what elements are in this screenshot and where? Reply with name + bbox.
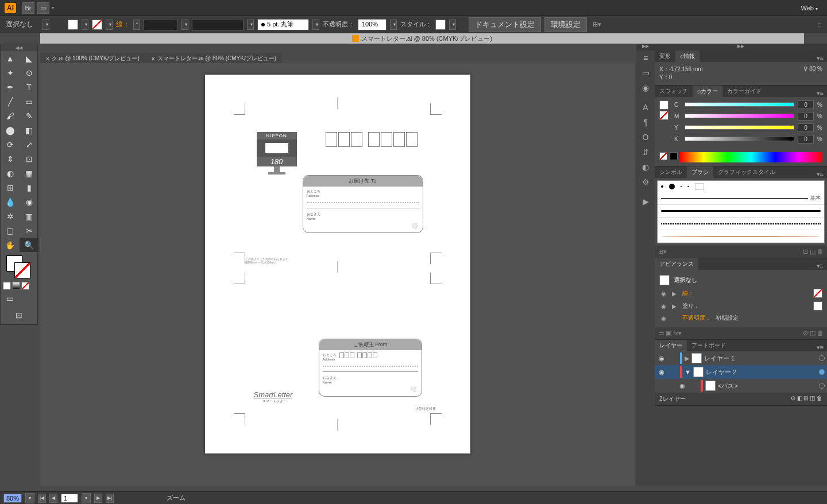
brush-row[interactable] <box>658 218 824 230</box>
dock-icon[interactable]: ◐ <box>636 160 655 175</box>
profile-dd[interactable] <box>247 20 254 30</box>
stroke-weight-dd[interactable]: ⌃ <box>133 20 140 30</box>
visibility-icon[interactable]: ◉ <box>657 369 666 376</box>
opacity-field[interactable]: 100% <box>358 19 387 30</box>
width-tool[interactable]: ⇕ <box>1 152 20 166</box>
brush-row[interactable] <box>658 230 824 243</box>
panel-menu-icon[interactable]: ▾≡ <box>813 170 827 178</box>
new-fill-icon[interactable]: ▣ <box>666 329 671 336</box>
workspace-dropdown[interactable]: Web ▾ <box>797 3 822 13</box>
new-layer-icon[interactable]: ◫ <box>810 395 815 401</box>
tab-gstyle[interactable]: グラフィックスタイル <box>713 166 780 178</box>
mask-icon[interactable]: ◧ <box>797 395 802 401</box>
brush-row[interactable] <box>658 181 824 192</box>
panel-menu-icon[interactable]: ▾≡ <box>813 90 827 97</box>
tab-2[interactable]: × スマートレター.ai @ 80% (CMYK/プレビュー) <box>146 53 282 64</box>
stroke-field[interactable] <box>144 19 178 30</box>
dock-icon[interactable]: ◉ <box>636 80 655 95</box>
dock-icon[interactable]: ▭ <box>636 65 655 80</box>
slice-tool[interactable]: ✂ <box>20 223 38 238</box>
stroke-field-dd[interactable] <box>181 20 188 30</box>
hand-tool[interactable]: ✋ <box>1 238 20 252</box>
y-slider[interactable] <box>685 125 794 131</box>
blob-brush-tool[interactable]: ⬤ <box>1 123 20 137</box>
layer-row[interactable]: ◉ ▶ レイヤー 1 <box>655 351 827 365</box>
fg-swatch[interactable] <box>659 100 668 110</box>
zoom-dd[interactable]: ▾ <box>25 493 34 503</box>
preferences-button[interactable]: 環境設定 <box>544 17 587 32</box>
tab-color[interactable]: ◇カラー <box>693 86 722 97</box>
artboard-tool[interactable]: ▢ <box>1 223 20 238</box>
close-icon[interactable]: × <box>46 56 49 62</box>
brush-row[interactable] <box>658 205 824 218</box>
c-slider[interactable] <box>685 102 794 108</box>
panel-menu-icon[interactable]: ▾≡ <box>813 344 827 351</box>
first-artboard[interactable]: |◀ <box>38 494 46 503</box>
pencil-tool[interactable]: ✎ <box>20 108 38 123</box>
tab-symbol[interactable]: シンボル <box>655 166 687 178</box>
brush-opts-icon[interactable]: ⊡ <box>803 248 808 255</box>
dock-icon[interactable]: O <box>636 130 655 145</box>
graph-tool[interactable]: ▥ <box>20 209 38 223</box>
tab-artboards[interactable]: アートボード <box>687 340 731 351</box>
change-screen-mode[interactable]: ⊡ <box>10 308 29 322</box>
last-artboard[interactable]: ▶| <box>106 494 114 503</box>
dock-icon[interactable]: ▶ <box>636 194 655 209</box>
perspective-tool[interactable]: ▦ <box>20 166 38 180</box>
doc-setup-button[interactable]: ドキュメント設定 <box>469 17 541 32</box>
color-mode-solid[interactable] <box>3 282 11 290</box>
style-swatch[interactable] <box>435 20 446 30</box>
eyedropper-tool[interactable]: 💧 <box>1 195 20 209</box>
panel-menu-icon[interactable]: ▾≡ <box>813 55 827 62</box>
collapse-toggle[interactable]: ◀◀ <box>1 44 37 51</box>
type-tool[interactable]: T <box>20 80 38 94</box>
dock-icon[interactable]: A <box>636 100 655 115</box>
mesh-tool[interactable]: ⊞ <box>1 180 20 195</box>
new-stroke-icon[interactable]: ▭ <box>658 329 664 336</box>
eraser-tool[interactable]: ◧ <box>20 123 38 137</box>
opacity-dd[interactable] <box>390 20 397 30</box>
zoom-field[interactable]: 80% <box>3 494 22 503</box>
dock-icon[interactable]: ¶ <box>636 115 655 130</box>
line-tool[interactable]: ╱ <box>1 94 20 108</box>
brush-field[interactable]: 5 pt. 丸筆 <box>257 19 309 30</box>
align-icon[interactable]: ⊞▾ <box>593 21 601 28</box>
dock-collapse[interactable]: ▶▶ <box>636 44 655 51</box>
profile-field[interactable] <box>192 19 244 30</box>
artboard-num[interactable]: 1 <box>61 494 78 503</box>
none-swatch[interactable] <box>659 152 667 160</box>
locate-icon[interactable]: ⊙ <box>791 395 795 401</box>
tab-brush[interactable]: ブラシ <box>687 166 713 178</box>
close-icon[interactable]: × <box>152 56 155 62</box>
shape-builder-tool[interactable]: ◐ <box>1 166 20 180</box>
stroke-swatch[interactable] <box>92 20 102 30</box>
new-brush-icon[interactable]: ◫ <box>810 248 816 255</box>
appear-row-fill[interactable]: ◉▶塗り： <box>659 300 822 312</box>
dock-icon[interactable]: ≡ <box>636 51 655 65</box>
artboard-dd[interactable]: ▾ <box>82 493 91 503</box>
layer-row[interactable]: ◉ <パス> <box>655 379 827 393</box>
tab-swatch[interactable]: スウォッチ <box>655 86 693 97</box>
trash-icon[interactable]: 🗑 <box>817 329 824 336</box>
free-transform-tool[interactable]: ⊡ <box>20 152 38 166</box>
visibility-icon[interactable]: ◉ <box>657 355 666 362</box>
symbol-sprayer-tool[interactable]: ✲ <box>1 209 20 223</box>
color-mode-gradient[interactable] <box>12 282 20 290</box>
blend-tool[interactable]: ◉ <box>20 195 38 209</box>
color-mode-none[interactable] <box>21 282 29 290</box>
arrange-icon[interactable]: ▭ <box>37 2 49 14</box>
style-dd[interactable] <box>449 20 456 30</box>
dock-icon[interactable]: ⇵ <box>636 145 655 160</box>
stroke-dd[interactable] <box>106 20 113 30</box>
brush-lib-icon[interactable]: ⊞▾ <box>658 248 667 255</box>
canvas[interactable]: NIPPON 180 お届け先 To おところ Address おなまえ Nam… <box>40 63 635 486</box>
background-color[interactable] <box>14 262 30 278</box>
fx-icon[interactable]: fx▾ <box>673 329 682 336</box>
fill-dd[interactable] <box>82 20 88 30</box>
tab-1[interactable]: × ク.ai @ 100% (CMYK/プレビュー) <box>40 53 145 64</box>
zoom-tool[interactable]: 🔍 <box>20 238 38 252</box>
scale-tool[interactable]: ⤢ <box>20 137 38 152</box>
layer-row[interactable]: ◉ ▼ レイヤー 2 <box>655 365 827 379</box>
appear-row-opacity[interactable]: ◉不透明度：初期設定 <box>659 312 822 324</box>
visibility-icon[interactable]: ◉ <box>678 382 687 390</box>
